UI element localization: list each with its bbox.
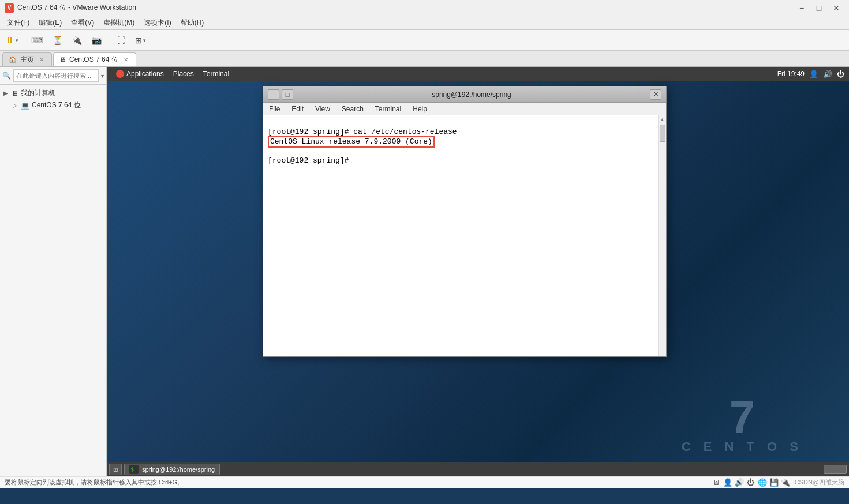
terminal-content[interactable]: [root@192 spring]# cat /etc/centos-relea… [263,115,658,356]
guest-topbar-left: Applications Places Terminal [111,67,777,81]
volume-status-icon[interactable]: 🔊 [735,478,744,487]
applications-menu[interactable]: Applications [111,67,169,81]
terminal-menubar: File Edit View Search Terminal Help [263,103,666,115]
unity-icon: ⊞ [135,36,142,45]
places-label: Places [173,70,194,78]
pause-icon: ⏸ [5,35,14,46]
minimize-button[interactable]: − [794,0,810,16]
users-icon[interactable]: 👤 [723,478,732,487]
tree-item-centos[interactable]: ▷ 💻 CentOS 7 64 位 [2,99,104,111]
monitor-icon[interactable]: 🖥 [712,478,721,487]
taskbar-terminal-window[interactable]: $_ spring@192:/home/spring [124,464,220,475]
tab-home-close[interactable]: ✕ [38,56,46,64]
suspend-button[interactable]: ⏳ [48,32,66,48]
maximize-button[interactable]: □ [811,0,827,16]
hdd-icon[interactable]: 💾 [769,478,779,487]
tree-expand-child-icon: ▷ [12,102,18,108]
send-input-button[interactable]: ⌨ [29,32,46,48]
guest-taskbar: ⊡ $_ spring@192:/home/spring [107,462,849,476]
snapshot-icon: 📷 [92,36,102,45]
centos-watermark: 7 C E N T O S [682,394,803,453]
taskbar-terminal-label: spring@192:/home/spring [142,466,215,473]
left-panel: 🔍 ▾ ▶ 🖥 我的计算机 ▷ 💻 CentOS 7 64 位 [0,67,107,476]
computer-icon: 🖥 [12,89,18,97]
network-status-icon[interactable]: 🌐 [758,478,767,487]
terminal-line-1: [root@192 spring]# cat /etc/centos-relea… [268,127,457,136]
terminal-menu-edit[interactable]: Edit [286,103,309,115]
tree-centos-label: CentOS 7 64 位 [32,100,81,110]
network-icon: 👤 [809,70,818,78]
terminal-minimize-button[interactable]: − [268,89,279,100]
terminal-menu-view[interactable]: View [309,103,336,115]
desktop-icon-small: ⊡ [113,467,118,473]
scrollbar-thumb[interactable] [660,125,665,142]
left-panel-search-bar: 🔍 ▾ [0,67,106,85]
terminal-scrollbar[interactable]: ▲ [658,115,666,356]
suspend-icon: ⏳ [53,36,62,45]
clock-display: Fri 19:49 [777,70,805,78]
vmware-title: CentOS 7 64 位 - VMware Workstation [17,3,794,13]
tab-home-label: 主页 [20,55,34,65]
snapshot-button[interactable]: 📷 [88,32,105,48]
desktop-area[interactable]: Applications Places Terminal Fri 19:49 👤… [107,67,849,476]
vm-icon: 💻 [21,101,29,110]
menu-edit[interactable]: 编辑(E) [34,16,66,30]
tab-home[interactable]: 🏠 主页 ✕ [2,52,52,66]
tree-mycomputer-label: 我的计算机 [21,88,55,98]
applications-label: Applications [126,70,164,78]
menu-help[interactable]: 帮助(H) [176,16,209,30]
terminal-line-3: [root@192 spring]# [268,156,349,165]
menu-file[interactable]: 文件(F) [2,16,34,30]
terminal-taskbar-icon: $_ [129,465,139,474]
toolbar-sep-1 [25,33,25,47]
keyboard-icon: ⌨ [31,35,44,46]
vmware-statusbar-icons: 🖥 👤 🔊 ⏻ 🌐 💾 🔌 [712,478,790,487]
menu-vm[interactable]: 虚拟机(M) [99,16,139,30]
search-dropdown-icon[interactable]: ▾ [101,73,104,79]
terminal-menu-search[interactable]: Search [336,103,369,115]
scrollbar-up-arrow[interactable]: ▲ [660,116,665,122]
menu-tab[interactable]: 选项卡(I) [139,16,175,30]
vmware-toolbar: ⏸ ▾ ⌨ ⏳ 🔌 📷 ⛶ ⊞ ▾ [0,30,849,51]
menu-view[interactable]: 查看(V) [66,16,99,30]
power-status-icon[interactable]: ⏻ [746,478,756,487]
tab-centos[interactable]: 🖥 CentOS 7 64 位 ✕ [53,52,136,66]
terminal-menu-terminal[interactable]: Terminal [369,103,407,115]
terminal-window: − □ spring@192:/home/spring ✕ File Edit … [263,86,667,357]
tree-item-mycomputer[interactable]: ▶ 🖥 我的计算机 [2,87,104,99]
vmware-input-hint: 要将鼠标定向到该虚拟机，请将鼠标指针移入其中或按 Ctrl+G。 🖥 👤 🔊 ⏻… [0,476,849,488]
main-area: 🔍 ▾ ▶ 🖥 我的计算机 ▷ 💻 CentOS 7 64 位 App [0,67,849,476]
guest-topbar: Applications Places Terminal Fri 19:49 👤… [107,67,849,81]
unity-dropdown-icon: ▾ [143,37,146,43]
places-menu[interactable]: Places [169,67,199,81]
centos-number: 7 [730,392,756,443]
terminal-menu-help[interactable]: Help [407,103,433,115]
terminal-line-2-highlighted: CentOS Linux release 7.9.2009 (Core) [268,136,435,148]
close-button[interactable]: ✕ [828,0,844,16]
fullscreen-button[interactable]: ⛶ [113,32,130,48]
tab-centos-close[interactable]: ✕ [122,55,130,63]
terminal-menu[interactable]: Terminal [199,67,234,81]
unity-button[interactable]: ⊞ ▾ [132,32,149,48]
search-input[interactable] [13,69,99,82]
taskbar-right [824,465,847,474]
vmware-menubar: 文件(F) 编辑(E) 查看(V) 虚拟机(M) 选项卡(I) 帮助(H) [0,16,849,30]
terminal-maximize-button[interactable]: □ [282,89,293,100]
vmware-titlebar: V CentOS 7 64 位 - VMware Workstation − □… [0,0,849,16]
toolbar-sep-2 [109,33,109,47]
terminal-menu-file[interactable]: File [263,103,286,115]
usb-icon[interactable]: 🔌 [781,478,790,487]
terminal-close-button[interactable]: ✕ [650,89,661,100]
csdn-watermark: CSDN@四维大脑 [795,478,844,487]
vmware-app-icon: V [5,3,14,13]
apps-icon [116,70,124,78]
terminal-content-area: [root@192 spring]# cat /etc/centos-relea… [263,115,666,356]
terminal-window-controls: − □ [268,89,293,100]
pause-button[interactable]: ⏸ ▾ [2,32,21,48]
power-button[interactable]: 🔌 [68,32,85,48]
search-icon: 🔍 [2,72,11,80]
taskbar-show-desktop-button[interactable]: ⊡ [109,464,122,475]
terminal-title: spring@192:/home/spring [293,91,650,99]
power-topbar-icon[interactable]: ⏻ [837,70,844,78]
volume-icon[interactable]: 🔊 [823,70,832,78]
